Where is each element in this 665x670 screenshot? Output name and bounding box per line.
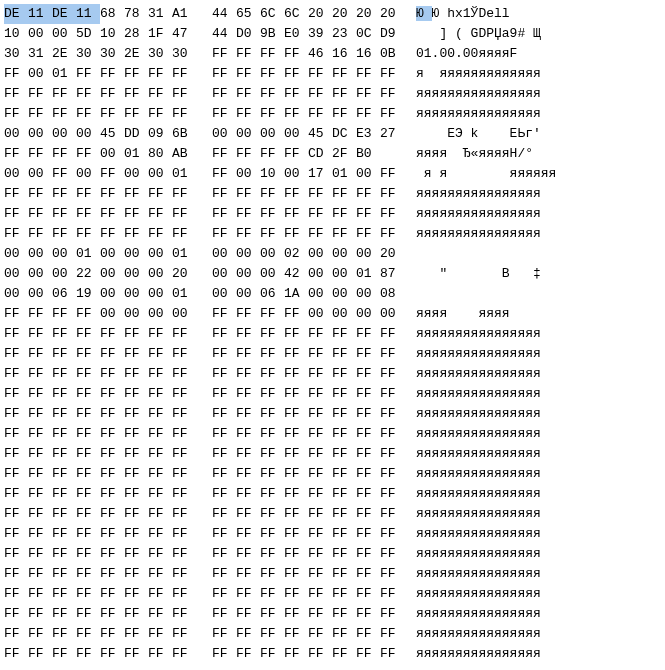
- hex-byte[interactable]: FF: [308, 604, 332, 624]
- hex-byte[interactable]: FF: [380, 444, 404, 464]
- hex-byte[interactable]: FF: [332, 224, 356, 244]
- hex-byte[interactable]: FF: [124, 444, 148, 464]
- hex-byte[interactable]: FF: [172, 444, 196, 464]
- hex-byte[interactable]: FF: [4, 64, 28, 84]
- hex-byte[interactable]: FF: [172, 204, 196, 224]
- ascii-row[interactable]: яяяяяяяяяяяяяяяя: [416, 224, 556, 244]
- ascii-row[interactable]: яяяяяяяяяяяяяяяя: [416, 544, 556, 564]
- hex-byte[interactable]: 20: [172, 264, 196, 284]
- hex-byte[interactable]: FF: [380, 424, 404, 444]
- hex-row[interactable]: 30312E30302E3030FFFFFFFF4616160B: [4, 44, 404, 64]
- hex-byte[interactable]: FF: [260, 524, 284, 544]
- hex-byte[interactable]: FF: [52, 184, 76, 204]
- hex-byte[interactable]: FF: [100, 424, 124, 444]
- hex-byte[interactable]: FF: [236, 324, 260, 344]
- hex-byte[interactable]: 00: [212, 124, 236, 144]
- hex-byte[interactable]: FF: [4, 224, 28, 244]
- hex-byte[interactable]: 28: [124, 24, 148, 44]
- hex-byte[interactable]: FF: [212, 184, 236, 204]
- hex-byte[interactable]: FF: [260, 204, 284, 224]
- hex-byte[interactable]: 00: [308, 264, 332, 284]
- hex-byte[interactable]: FF: [28, 324, 52, 344]
- hex-byte[interactable]: 00: [28, 244, 52, 264]
- hex-row[interactable]: FFFFFFFFFFFFFFFFFFFFFFFFFFFFFFFF: [4, 364, 404, 384]
- hex-byte[interactable]: 0C: [356, 24, 380, 44]
- hex-byte[interactable]: FF: [124, 324, 148, 344]
- hex-byte[interactable]: 45: [100, 124, 124, 144]
- hex-byte[interactable]: FF: [28, 544, 52, 564]
- hex-byte[interactable]: FF: [284, 464, 308, 484]
- hex-byte[interactable]: FF: [308, 404, 332, 424]
- hex-byte[interactable]: FF: [260, 544, 284, 564]
- hex-byte[interactable]: [380, 144, 404, 164]
- hex-byte[interactable]: FF: [124, 564, 148, 584]
- hex-byte[interactable]: FF: [260, 504, 284, 524]
- ascii-row[interactable]: яяяяяяяяяяяяяяяя: [416, 524, 556, 544]
- hex-byte[interactable]: FF: [148, 364, 172, 384]
- hex-byte[interactable]: FF: [28, 604, 52, 624]
- hex-byte[interactable]: 00: [148, 164, 172, 184]
- ascii-text[interactable]: яяяяяяяяяяяяяяяя: [416, 86, 541, 101]
- hex-byte[interactable]: FF: [332, 564, 356, 584]
- hex-row[interactable]: FFFFFFFFFFFFFFFFFFFFFFFFFFFFFFFF: [4, 624, 404, 644]
- hex-byte[interactable]: FF: [308, 424, 332, 444]
- hex-byte[interactable]: FF: [308, 544, 332, 564]
- hex-byte[interactable]: FF: [356, 364, 380, 384]
- hex-byte[interactable]: FF: [52, 424, 76, 444]
- hex-byte[interactable]: FF: [28, 104, 52, 124]
- hex-byte[interactable]: FF: [308, 64, 332, 84]
- hex-byte[interactable]: FF: [52, 344, 76, 364]
- hex-byte[interactable]: FF: [236, 544, 260, 564]
- hex-byte[interactable]: FF: [52, 484, 76, 504]
- hex-byte[interactable]: FF: [308, 324, 332, 344]
- hex-byte[interactable]: FF: [260, 484, 284, 504]
- hex-byte[interactable]: FF: [76, 444, 100, 464]
- hex-row[interactable]: 1000005D10281F4744D09BE039230CD9: [4, 24, 404, 44]
- hex-byte[interactable]: FF: [148, 444, 172, 464]
- hex-byte[interactable]: FF: [148, 224, 172, 244]
- ascii-text[interactable]: яяяяяяяяяяяяяяяя: [416, 486, 541, 501]
- hex-row[interactable]: FFFFFFFFFFFFFFFFFFFFFFFFFFFFFFFF: [4, 604, 404, 624]
- hex-byte[interactable]: FF: [28, 564, 52, 584]
- hex-byte[interactable]: 80: [148, 144, 172, 164]
- hex-byte[interactable]: FF: [28, 84, 52, 104]
- hex-byte[interactable]: FF: [284, 384, 308, 404]
- hex-byte[interactable]: FF: [212, 84, 236, 104]
- hex-byte[interactable]: FF: [148, 504, 172, 524]
- hex-byte[interactable]: 0B: [380, 44, 404, 64]
- ascii-row[interactable]: яяяяяяяяяяяяяяяя: [416, 604, 556, 624]
- hex-byte[interactable]: 00: [212, 244, 236, 264]
- hex-byte[interactable]: FF: [76, 604, 100, 624]
- hex-byte[interactable]: FF: [212, 164, 236, 184]
- hex-byte[interactable]: FF: [100, 484, 124, 504]
- hex-byte[interactable]: FF: [76, 564, 100, 584]
- hex-byte[interactable]: FF: [172, 344, 196, 364]
- hex-byte[interactable]: FF: [212, 44, 236, 64]
- hex-byte[interactable]: 00: [76, 124, 100, 144]
- hex-byte[interactable]: 22: [76, 264, 100, 284]
- ascii-text[interactable]: [416, 286, 541, 301]
- hex-byte[interactable]: FF: [284, 104, 308, 124]
- hex-byte[interactable]: FF: [4, 644, 28, 664]
- hex-byte[interactable]: FF: [212, 584, 236, 604]
- hex-byte[interactable]: FF: [236, 504, 260, 524]
- hex-byte[interactable]: FF: [236, 384, 260, 404]
- hex-byte[interactable]: FF: [28, 184, 52, 204]
- hex-byte[interactable]: FF: [284, 224, 308, 244]
- hex-byte[interactable]: FF: [124, 644, 148, 664]
- ascii-row[interactable]: [416, 244, 556, 264]
- hex-byte[interactable]: FF: [332, 604, 356, 624]
- hex-byte[interactable]: 00: [148, 264, 172, 284]
- hex-byte[interactable]: 00: [124, 244, 148, 264]
- hex-byte[interactable]: FF: [124, 484, 148, 504]
- hex-byte[interactable]: 44: [212, 24, 236, 44]
- hex-byte[interactable]: 00: [4, 264, 28, 284]
- hex-byte[interactable]: 68: [100, 4, 124, 24]
- hex-byte[interactable]: FF: [380, 164, 404, 184]
- hex-byte[interactable]: FF: [236, 444, 260, 464]
- hex-byte[interactable]: 00: [28, 24, 52, 44]
- hex-byte[interactable]: 20: [356, 4, 380, 24]
- hex-byte[interactable]: FF: [148, 324, 172, 344]
- hex-byte[interactable]: FF: [260, 44, 284, 64]
- ascii-row[interactable]: я я яяяяяя: [416, 164, 556, 184]
